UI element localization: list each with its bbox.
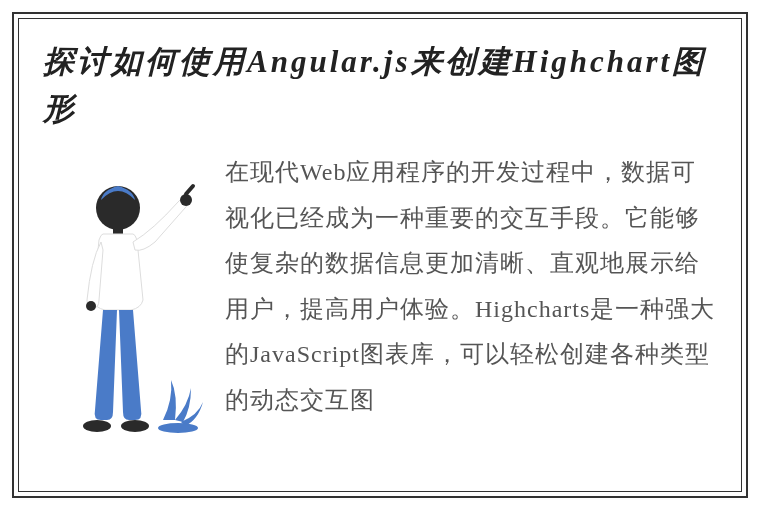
svg-point-6	[158, 423, 198, 433]
person-illustration	[43, 150, 213, 480]
content-area: 在现代Web应用程序的开发过程中，数据可视化已经成为一种重要的交互手段。它能够使…	[43, 150, 717, 480]
svg-point-5	[121, 420, 149, 432]
svg-point-4	[83, 420, 111, 432]
svg-point-3	[86, 301, 96, 311]
inner-frame: 探讨如何使用Angular.js来创建Highchart图形	[18, 18, 742, 492]
article-body: 在现代Web应用程序的开发过程中，数据可视化已经成为一种重要的交互手段。它能够使…	[221, 150, 717, 480]
svg-point-0	[96, 186, 140, 230]
person-pointing-icon	[33, 170, 213, 480]
outer-frame: 探讨如何使用Angular.js来创建Highchart图形	[12, 12, 748, 498]
svg-rect-1	[113, 226, 123, 234]
article-title: 探讨如何使用Angular.js来创建Highchart图形	[43, 39, 717, 132]
